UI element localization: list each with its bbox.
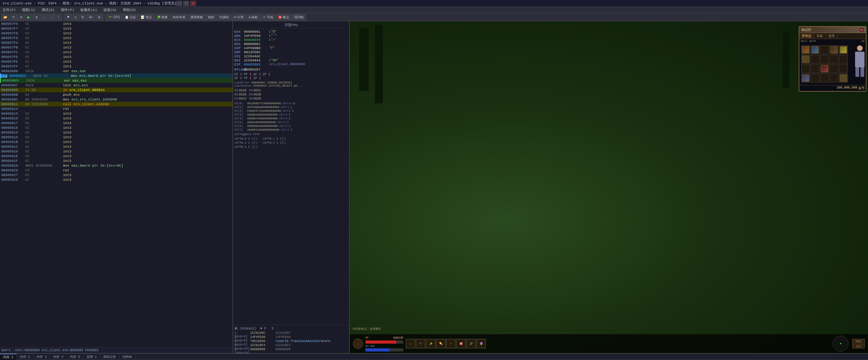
fpu-st3[interactable]: ST(3) 400B6A000000000000 x87r3 2 (235, 113, 348, 117)
disasm-row[interactable]: 0099581F CC int3 (0, 158, 232, 163)
disasm-row[interactable]: 00995815 CC int3 (0, 111, 232, 116)
fpu-st6[interactable]: ST(6) 400880D40000000000 x87r6 2 (235, 125, 348, 129)
inv-slot[interactable] (839, 55, 848, 64)
disasm-row[interactable]: 00995800 33C0 xor eax,eax (0, 69, 232, 73)
reg-edx[interactable]: EDX 00000001 (235, 42, 348, 46)
reg-eflags[interactable]: EFLAGS 00000207 (235, 67, 348, 71)
reg-edi[interactable]: EDI 1CC04944 L"æm" (235, 58, 348, 62)
menu-view[interactable]: 视图(V) (21, 7, 36, 12)
disasm-row[interactable]: 009957F8 CC int3 (0, 31, 232, 36)
toolbar-close[interactable]: ✕ (18, 14, 25, 21)
maximize-button[interactable]: □ (183, 1, 189, 6)
fpu-st0[interactable]: ST(0) 401080D7CC0000000000 x87r0 1e (235, 102, 348, 106)
inv-slot[interactable] (820, 74, 829, 83)
toolbar-log[interactable]: 📋 日志 (123, 14, 138, 21)
bottom-tab-mem4[interactable]: 内存 4 (50, 354, 67, 360)
toolbar-pause[interactable]: ⏸ (33, 14, 40, 21)
bottom-tab-mem2[interactable]: 内存 2 (17, 354, 33, 360)
bottom-tab-struct[interactable]: 结构体 (119, 354, 135, 360)
toolbar-open[interactable]: 📂 (1, 14, 9, 21)
disasm-row[interactable]: 0099580C B9 90650301 mov ecx,sro_client.… (0, 97, 232, 102)
toolbar-font-plus[interactable]: A+ (87, 14, 95, 21)
toolbar-run[interactable]: ▶ (25, 14, 32, 21)
disasm-row[interactable]: 009957FE CC int3 (0, 59, 232, 64)
close-button[interactable]: ✕ (190, 1, 196, 6)
stack-row-1[interactable]: 1: [esp+4] 1CC0196C 1CC0196C (235, 331, 348, 335)
disasm-row[interactable]: 0099581D CC int3 (0, 149, 232, 154)
fpu-st5[interactable]: ST(5) 4006A000000000000 x87r5 2 (235, 121, 348, 125)
toolbar-refs[interactable]: ↦ 引用 (231, 14, 246, 21)
inv-slot[interactable] (811, 64, 819, 73)
disasm-row[interactable]: 0099581B CC int3 (0, 139, 232, 144)
reg-eip[interactable]: EIP 00995803 sro_client.00995800 (235, 62, 348, 66)
toolbar-restart[interactable]: ↻ (10, 14, 17, 21)
inv-slot[interactable] (801, 55, 810, 64)
disasm-row[interactable]: 0099580B 51 push ecx (0, 92, 232, 97)
toolbar-step-over[interactable]: → (48, 14, 55, 21)
menu-help[interactable]: 帮助(H) (122, 7, 137, 12)
inv-slot[interactable] (820, 64, 829, 73)
inv-slot[interactable] (811, 55, 819, 64)
bottom-tab-watch[interactable]: 监测 1 (84, 354, 100, 360)
reg-ecx[interactable]: ECX 00000045 L'>' (235, 38, 348, 42)
inv-slot[interactable] (801, 64, 810, 73)
menu-plugin[interactable]: 插件(P) (60, 7, 75, 12)
inv-slot[interactable] (801, 74, 810, 83)
minimize-button[interactable]: — (177, 1, 182, 6)
menu-favorites[interactable]: 收藏夹(A) (79, 7, 98, 12)
reg-esi[interactable]: ESI 1CC044AC (235, 54, 348, 58)
disasm-row[interactable]: 009957F6 CC int3 (0, 22, 232, 26)
bottom-tab-mem1[interactable]: 内存 1 (0, 354, 17, 360)
toolbar-breakpoints[interactable]: ⛔ 断点 (276, 14, 291, 21)
skill-slot-1[interactable]: ⚔ (406, 339, 415, 348)
toolbar-threads[interactable]: 线程 (206, 14, 216, 21)
disasm-row[interactable]: 009957FD CC int3 (0, 55, 232, 59)
toolbar-font-minus[interactable]: A- (96, 14, 103, 21)
toolbar-memory-layout[interactable]: 内存布局 (170, 14, 187, 21)
stack-row-4[interactable]: 4: [esp+10] 1CC018F4 1CC018F4 (235, 343, 348, 348)
toolbar-notes[interactable]: 📝 笔记 (138, 14, 154, 21)
bottom-tab-mem5[interactable]: 内存 5 (67, 354, 84, 360)
reg-ebp[interactable]: EBP 0013FD9C (235, 50, 348, 54)
menu-file[interactable]: 文件(F) (1, 7, 17, 12)
disasm-row[interactable]: 0099581E CC int3 (0, 154, 232, 158)
inv-slot[interactable] (839, 45, 848, 54)
inv-tab-all[interactable]: 所有品 (799, 33, 814, 39)
toolbar-cpu[interactable]: 📟 CPU (106, 14, 122, 21)
disasm-row[interactable]: 00995807 85C9 test ecx,ecx (0, 83, 232, 88)
disasm-row[interactable]: 009957F7 CC int3 (0, 26, 232, 31)
bottom-tab-trace[interactable]: 跟踪记录 (100, 354, 119, 360)
disasm-row-call[interactable]: 00995811 E8 1C510900 call sro_client.A2A… (0, 102, 232, 106)
inv-slot[interactable] (839, 64, 848, 73)
disasm-row[interactable]: 00995820 8B81 9C000000 mov eax,dword ptr… (0, 163, 232, 168)
system-btn[interactable]: SYS (852, 344, 865, 348)
disasm-row[interactable]: 009957FB CC int3 (0, 45, 232, 50)
toolbar-seh[interactable]: SEH链 (292, 14, 306, 21)
toolbar-source[interactable]: 代源码 (217, 14, 231, 21)
toolbar-expr[interactable]: fx (80, 14, 86, 21)
toolbar-run-to[interactable]: ⚑ (65, 14, 72, 21)
stack-row-3[interactable]: 3: [esp+C] 76810D60 <user32.TranslateAcc… (235, 339, 348, 343)
skill-slot-2[interactable]: 🛡 (416, 339, 425, 348)
inv-tab-equip[interactable]: 装备 (814, 33, 826, 39)
menu-debug[interactable]: 调试(D) (40, 7, 56, 12)
inv-slot[interactable] (820, 55, 829, 64)
disasm-row[interactable]: 00995819 CC int3 (0, 130, 232, 135)
reg-esp[interactable]: ESP 14F500B0 "ë" (235, 46, 348, 50)
toolbar-handle[interactable]: ☞ 可知 (260, 14, 275, 21)
menu-options[interactable]: 选项(O) (102, 7, 118, 12)
inv-slot[interactable] (811, 74, 819, 83)
skill-slot-4[interactable]: 💊 (436, 339, 445, 348)
toolbar-step-into[interactable]: ↓ (41, 14, 47, 21)
inv-tab-use[interactable]: 使用 (826, 33, 837, 39)
inv-slot[interactable] (820, 45, 829, 54)
stack-row-2[interactable]: 2: [esp+8] 14F4FE60 14F4FE60 (235, 335, 348, 339)
toolbar-highlight[interactable]: ≡ (72, 14, 79, 21)
disasm-row[interactable]: 00995826 C3 ret (0, 168, 232, 173)
toolbar-threads2[interactable]: ● 线程 (246, 14, 260, 21)
toolbar-step-out[interactable]: ↑ (56, 14, 62, 21)
stack-row-5[interactable]: 5: [esp+14] 00000000 00000000 (235, 348, 348, 352)
skill-slot-3[interactable]: ✨ (426, 339, 435, 348)
disasm-row-jmp[interactable]: 00995809 74 0B je sro_client.995814 (0, 88, 232, 92)
disasm-row[interactable]: 00995816 CC int3 (0, 116, 232, 121)
